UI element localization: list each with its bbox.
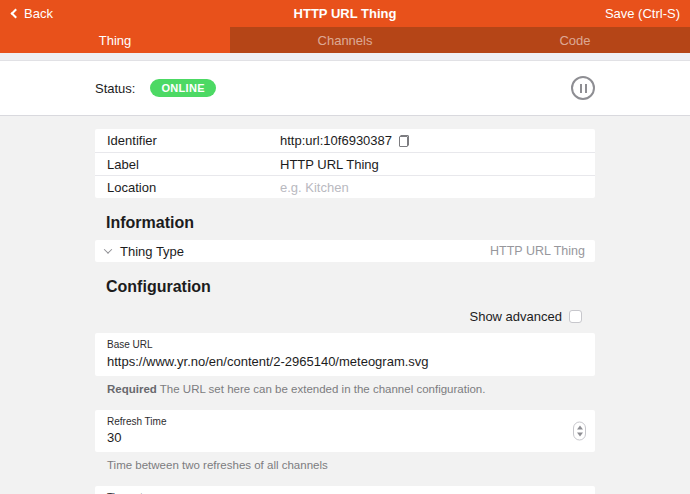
required-label: Required	[107, 383, 157, 395]
subnav-strip	[0, 53, 690, 61]
tab-code[interactable]: Code	[460, 27, 690, 53]
refresh-time-stepper-icon[interactable]	[573, 421, 586, 440]
show-advanced-checkbox[interactable]	[569, 310, 582, 323]
content: Identifier http:url:10f6930387 Label Loc…	[0, 116, 690, 494]
base-url-input[interactable]	[107, 352, 554, 370]
refresh-time-input[interactable]	[107, 428, 554, 446]
location-input[interactable]	[280, 180, 583, 195]
show-advanced-label: Show advanced	[469, 309, 562, 324]
navbar: Back HTTP URL Thing Save (Ctrl-S)	[0, 0, 690, 27]
information-heading: Information	[95, 214, 595, 232]
page-title: HTTP URL Thing	[0, 6, 690, 21]
label-row: Label	[95, 152, 595, 175]
base-url-hint: Required The URL set here can be extende…	[95, 383, 595, 395]
refresh-time-label: Refresh Time	[107, 415, 583, 429]
save-button[interactable]: Save (Ctrl-S)	[605, 6, 680, 21]
tab-thing[interactable]: Thing	[0, 27, 230, 53]
app-root: Back HTTP URL Thing Save (Ctrl-S) Thing …	[0, 0, 690, 494]
thing-type-label: Thing Type	[120, 244, 184, 259]
refresh-time-field: Refresh Time	[95, 410, 595, 453]
label-field-label: Label	[107, 157, 280, 172]
label-input[interactable]	[280, 157, 583, 172]
status-label: Status:	[95, 81, 135, 96]
timeout-field: Timeout	[95, 486, 595, 494]
tab-bar: Thing Channels Code	[0, 27, 690, 53]
location-row: Location	[95, 175, 595, 198]
thing-info-list: Identifier http:url:10f6930387 Label Loc…	[95, 129, 595, 198]
identifier-row: Identifier http:url:10f6930387	[95, 129, 595, 152]
location-field-label: Location	[107, 180, 280, 195]
thing-type-row[interactable]: Thing Type HTTP URL Thing	[95, 240, 595, 262]
base-url-label: Base URL	[107, 338, 583, 352]
pause-button[interactable]	[571, 76, 595, 100]
back-chevron-icon	[11, 9, 21, 19]
tab-channels[interactable]: Channels	[230, 27, 460, 53]
show-advanced-row: Show advanced	[95, 309, 595, 324]
copy-icon[interactable]	[399, 135, 409, 147]
chevron-down-icon	[104, 245, 112, 253]
refresh-time-hint: Time between two refreshes of all channe…	[95, 459, 595, 471]
base-url-field: Base URL	[95, 333, 595, 376]
identifier-label: Identifier	[107, 133, 280, 148]
configuration-heading: Configuration	[95, 278, 595, 296]
back-label: Back	[24, 6, 53, 21]
back-button[interactable]: Back	[10, 6, 53, 21]
status-badge: ONLINE	[150, 79, 215, 97]
pause-icon	[571, 76, 595, 100]
identifier-value: http:url:10f6930387	[280, 133, 392, 148]
status-band: Status: ONLINE	[0, 61, 690, 116]
thing-type-value: HTTP URL Thing	[490, 244, 585, 258]
